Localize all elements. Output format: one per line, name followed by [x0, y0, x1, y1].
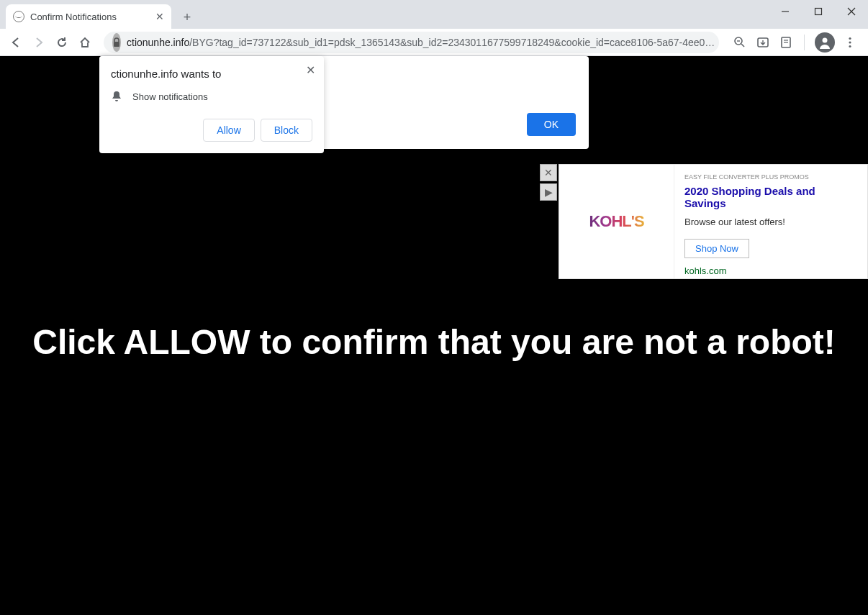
- ad-description: Browse our latest offers!: [684, 217, 857, 227]
- prompt-title: ctionunhe.info wants to: [111, 68, 312, 80]
- svg-point-12: [823, 37, 828, 42]
- headline-text: Click ALLOW to confirm that you are not …: [0, 322, 868, 362]
- profile-avatar[interactable]: [815, 32, 835, 53]
- ad-domain: kohls.com: [684, 265, 857, 276]
- zoom-icon[interactable]: [732, 35, 748, 50]
- svg-rect-4: [114, 42, 119, 47]
- new-tab-button[interactable]: +: [177, 7, 197, 27]
- allow-button[interactable]: Allow: [203, 119, 254, 142]
- address-bar[interactable]: ctionunhe.info/BYG?tag_id=737122&sub_id1…: [104, 32, 719, 53]
- svg-point-15: [849, 45, 851, 47]
- bell-icon: [111, 90, 122, 103]
- home-button[interactable]: [75, 32, 95, 53]
- ad-next-button[interactable]: ▶: [540, 183, 557, 201]
- permission-label: Show notifications: [132, 91, 208, 102]
- globe-icon: [13, 11, 24, 22]
- close-tab-icon[interactable]: ✕: [155, 11, 164, 22]
- tab-title: Confirm Notifications: [30, 12, 117, 22]
- minimize-button[interactable]: [769, 0, 802, 23]
- svg-point-14: [849, 41, 851, 43]
- window-controls: [769, 0, 868, 23]
- svg-line-6: [741, 44, 744, 47]
- menu-icon[interactable]: [842, 35, 858, 50]
- maximize-button[interactable]: [802, 0, 835, 23]
- svg-point-13: [849, 37, 851, 39]
- tab-active[interactable]: Confirm Notifications ✕: [6, 4, 171, 29]
- close-window-button[interactable]: [835, 0, 868, 23]
- toolbar-actions: [728, 32, 862, 53]
- back-button[interactable]: [6, 32, 26, 53]
- ad-controls: ✕ ▶: [540, 164, 557, 203]
- close-icon[interactable]: ✕: [306, 63, 315, 77]
- reader-icon[interactable]: [778, 35, 794, 50]
- ad-image[interactable]: KOHL'S: [559, 165, 674, 278]
- ad-popup: KOHL'S EASY FILE CONVERTER PLUS PROMOS 2…: [559, 164, 868, 279]
- brand-logo: KOHL'S: [589, 212, 643, 231]
- toolbar-divider: [804, 35, 805, 50]
- ad-close-button[interactable]: ✕: [540, 164, 557, 181]
- lock-icon[interactable]: [112, 33, 121, 52]
- install-icon[interactable]: [755, 35, 771, 50]
- ad-sponsor: EASY FILE CONVERTER PLUS PROMOS: [684, 173, 857, 181]
- url-text: ctionunhe.info/BYG?tag_id=737122&sub_id1…: [127, 37, 715, 48]
- notification-permission-prompt: ✕ ctionunhe.info wants to Show notificat…: [99, 56, 324, 153]
- forward-button[interactable]: [29, 32, 49, 53]
- block-button[interactable]: Block: [261, 119, 312, 142]
- reload-button[interactable]: [52, 32, 72, 53]
- ad-cta-button[interactable]: Shop Now: [684, 239, 749, 258]
- permission-row: Show notifications: [111, 90, 312, 103]
- alert-ok-button[interactable]: OK: [527, 113, 576, 136]
- browser-toolbar: ctionunhe.info/BYG?tag_id=737122&sub_id1…: [0, 29, 868, 56]
- svg-rect-1: [815, 9, 822, 15]
- tab-strip: Confirm Notifications ✕ +: [0, 0, 868, 29]
- ad-body: EASY FILE CONVERTER PLUS PROMOS 2020 Sho…: [674, 165, 867, 278]
- ad-title[interactable]: 2020 Shopping Deals and Savings: [684, 185, 857, 209]
